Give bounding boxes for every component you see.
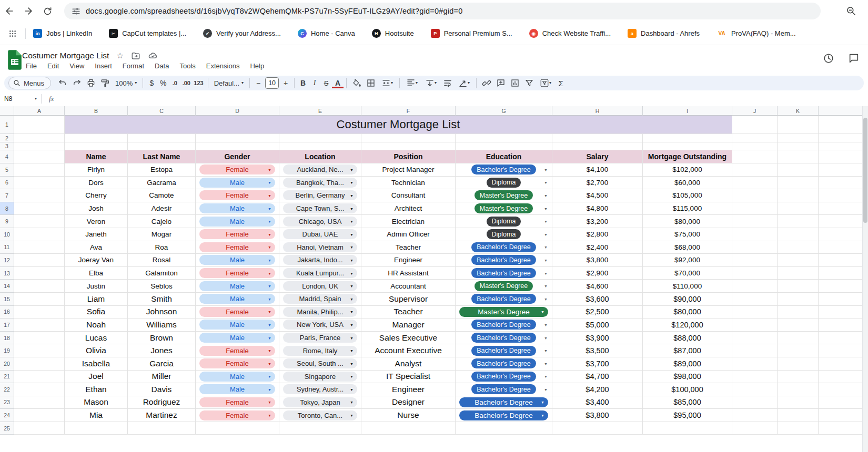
- cell-J19[interactable]: [732, 344, 778, 357]
- education-chip[interactable]: Bachelor's Degree: [471, 358, 536, 368]
- cell-C9[interactable]: Cajelo: [128, 215, 196, 228]
- more-formats-button[interactable]: 123: [192, 77, 205, 89]
- cell-F10[interactable]: Admin Officer: [361, 228, 456, 241]
- cell-D6-gender[interactable]: Male▼: [196, 177, 279, 190]
- cell-F11[interactable]: Teacher: [361, 241, 456, 254]
- cell-H7[interactable]: $4,500: [552, 189, 643, 202]
- cell-A18[interactable]: [14, 332, 65, 345]
- cell-E9-location[interactable]: Chicago, USA▼: [279, 215, 361, 228]
- cell-E18-location[interactable]: Paris, France▼: [279, 332, 361, 345]
- header-cell-salary[interactable]: Salary: [552, 150, 643, 163]
- education-dropdown[interactable]: Bachelor's Degree▼: [456, 357, 552, 370]
- cell-K25[interactable]: [778, 422, 819, 435]
- cell[interactable]: [819, 116, 863, 134]
- cell[interactable]: [819, 383, 863, 396]
- cell[interactable]: [819, 319, 863, 332]
- cell[interactable]: [819, 241, 863, 254]
- cell-L2[interactable]: [819, 134, 863, 142]
- cell-G17-education[interactable]: Bachelor's Degree▼: [456, 319, 552, 332]
- decrease-decimal-button[interactable]: .0: [169, 77, 180, 89]
- cell-H2[interactable]: [552, 134, 643, 142]
- cell-K12[interactable]: [778, 254, 819, 267]
- cell-I9[interactable]: $80,000: [643, 215, 732, 228]
- education-dropdown[interactable]: Bachelor's Degree▼: [456, 332, 552, 344]
- cell[interactable]: [819, 396, 863, 409]
- cell-E3[interactable]: [279, 142, 361, 150]
- cell-C8[interactable]: Adesir: [128, 202, 196, 215]
- cell-I25[interactable]: [643, 422, 732, 435]
- cell-K9[interactable]: [778, 215, 819, 228]
- bookmark-4[interactable]: CHome - Canva: [298, 29, 355, 38]
- cell-G2[interactable]: [456, 134, 552, 142]
- gender-chip[interactable]: Male▼: [199, 384, 275, 394]
- cell-A1[interactable]: [14, 116, 65, 134]
- cell-C20[interactable]: Garcia: [128, 357, 196, 371]
- cell-J9[interactable]: [732, 215, 778, 228]
- cell-C14[interactable]: Seblos: [128, 280, 196, 293]
- cell[interactable]: [819, 150, 863, 163]
- cell[interactable]: [819, 409, 863, 422]
- cell-G12-education[interactable]: Bachelor's Degree▼: [456, 254, 552, 267]
- education-chip[interactable]: Bachelor's Degree: [471, 268, 536, 278]
- menu-edit[interactable]: Edit: [44, 61, 63, 71]
- cell-F15[interactable]: Supervisor: [361, 293, 456, 306]
- cell-F19[interactable]: Account Executive: [361, 344, 456, 357]
- gender-chip[interactable]: Male▼: [199, 203, 275, 213]
- cell-H11[interactable]: $2,400: [552, 241, 643, 254]
- cell-D14-gender[interactable]: Male▼: [196, 280, 279, 293]
- cell-G25[interactable]: [456, 422, 552, 435]
- cell-E13-location[interactable]: Kuala Lumpur...▼: [279, 267, 361, 280]
- cell-E7-location[interactable]: Berlin, Germany▼: [279, 189, 361, 202]
- education-dropdown[interactable]: Bachelor's Degree▼: [456, 163, 552, 176]
- cell-C22[interactable]: Davis: [128, 383, 196, 396]
- cell-L3[interactable]: [819, 142, 863, 150]
- cell-K2[interactable]: [778, 134, 819, 142]
- cell-H10[interactable]: $2,800: [552, 228, 643, 241]
- education-dropdown[interactable]: Bachelor's Degree▼: [456, 241, 552, 254]
- cell[interactable]: [819, 163, 863, 177]
- gender-chip[interactable]: Male▼: [199, 333, 275, 343]
- cell-A10[interactable]: [14, 228, 65, 241]
- education-chip[interactable]: Bachelor's Degree: [471, 372, 536, 382]
- cell-A25[interactable]: [14, 422, 65, 435]
- cell[interactable]: [819, 293, 863, 306]
- location-chip[interactable]: London, UK▼: [283, 281, 357, 291]
- cell-K22[interactable]: [778, 383, 819, 396]
- cell-G24-education[interactable]: Bachelor's Degree▼: [456, 409, 552, 422]
- select-all-corner[interactable]: [0, 106, 14, 116]
- rowheader-15[interactable]: 15: [0, 293, 14, 306]
- cell[interactable]: [819, 267, 863, 280]
- cell-E8-location[interactable]: Cape Town, S...▼: [279, 202, 361, 215]
- gender-chip[interactable]: Female▼: [199, 268, 275, 278]
- cell-D17-gender[interactable]: Male▼: [196, 319, 279, 332]
- cell-C5[interactable]: Estopa: [128, 163, 196, 177]
- education-chip[interactable]: Master's Degree▼: [459, 307, 548, 317]
- text-wrap-button[interactable]: [440, 77, 455, 89]
- cell-I17[interactable]: $120,000: [643, 319, 732, 332]
- education-chip[interactable]: Master's Degree: [475, 281, 533, 291]
- cell-K18[interactable]: [778, 332, 819, 345]
- italic-button[interactable]: I: [309, 77, 320, 89]
- cell[interactable]: [819, 228, 863, 241]
- cell-A7[interactable]: [14, 189, 65, 202]
- education-chip[interactable]: Bachelor's Degree: [471, 242, 536, 252]
- education-dropdown[interactable]: Bachelor's Degree▼: [456, 267, 552, 280]
- scrollbar-thumb[interactable]: [863, 118, 867, 223]
- cell-E15-location[interactable]: Madrid, Spain▼: [279, 293, 361, 306]
- menus-search[interactable]: Menus: [8, 77, 51, 89]
- colheader-E[interactable]: E: [279, 106, 361, 116]
- vertical-scrollbar[interactable]: [862, 106, 868, 452]
- rowheader-5[interactable]: 5: [0, 163, 14, 177]
- education-chip[interactable]: Bachelor's Degree▼: [459, 410, 548, 420]
- cell-F24[interactable]: Nurse: [361, 409, 456, 422]
- name-box[interactable]: N8 ▾: [0, 95, 41, 102]
- cell-K21[interactable]: [778, 371, 819, 384]
- cell[interactable]: [819, 332, 863, 345]
- menu-format[interactable]: Format: [119, 61, 148, 71]
- cell-D9-gender[interactable]: Male▼: [196, 215, 279, 228]
- colheader-K[interactable]: K: [778, 106, 819, 116]
- education-dropdown[interactable]: Diploma▼: [456, 215, 552, 228]
- gender-chip[interactable]: Male▼: [199, 217, 275, 227]
- cell-J23[interactable]: [732, 396, 778, 409]
- cell-A13[interactable]: [14, 267, 65, 280]
